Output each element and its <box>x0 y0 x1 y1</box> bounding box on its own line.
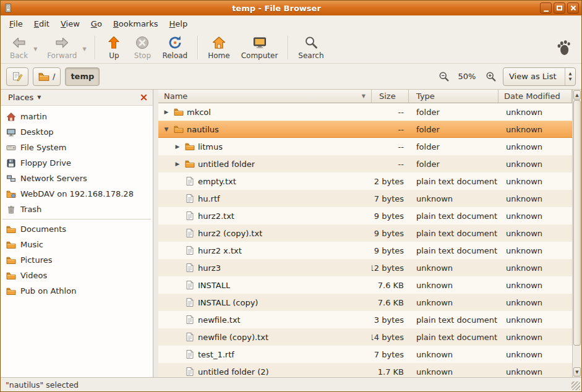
location-edit-toggle[interactable] <box>6 67 28 86</box>
collapse-row-icon[interactable]: ▼ <box>162 126 171 132</box>
window-icon <box>3 3 13 13</box>
column-header-date-modified[interactable]: Date Modified <box>499 90 572 103</box>
edit-location-icon <box>12 71 23 82</box>
sidebar-item-network-servers[interactable]: Network Servers <box>1 171 153 186</box>
expand-row-icon[interactable]: ▶ <box>173 143 182 150</box>
scroll-up-button[interactable]: ▲ <box>573 90 581 100</box>
file-row[interactable]: hurz2.txt 9 bytes plain text document un… <box>158 207 572 224</box>
cell-size: 7 bytes <box>372 346 409 363</box>
maximize-button[interactable] <box>554 2 565 14</box>
search-button[interactable]: Search <box>293 33 329 62</box>
sidebar-splitter[interactable] <box>153 90 158 377</box>
cell-type: plain text document <box>409 311 499 328</box>
sidebar-item-martin[interactable]: martin <box>1 109 153 124</box>
zoom-level: 50% <box>456 72 478 81</box>
menu-edit[interactable]: Edit <box>28 17 55 31</box>
menu-bookmarks[interactable]: Bookmarks <box>108 17 164 31</box>
close-icon <box>570 5 576 11</box>
cell-type: plain text document <box>409 207 499 224</box>
cell-size: -- <box>372 155 409 173</box>
text-file-icon <box>185 349 195 359</box>
file-row[interactable]: hu.rtf 7 bytes unknown unknown <box>158 190 572 207</box>
zoom-in-button[interactable] <box>482 69 499 85</box>
title-bar[interactable]: temp - File Browser <box>1 1 581 15</box>
cell-date-modified: unknown <box>499 294 572 311</box>
folder-icon <box>6 286 16 296</box>
cell-date-modified: unknown <box>499 346 572 363</box>
sidebar-item-music[interactable]: Music <box>1 237 153 252</box>
up-button[interactable]: Up <box>100 33 128 62</box>
cell-date-modified: unknown <box>499 121 572 138</box>
sidebar-item-pub-on-athlon[interactable]: Pub on Athlon <box>1 283 153 299</box>
file-row[interactable]: INSTALL 7.6 KB unknown unknown <box>158 276 572 294</box>
file-row[interactable]: ▶mkcol -- folder unknown <box>158 103 572 121</box>
file-row[interactable]: ▼nautilus -- folder unknown <box>158 121 572 138</box>
file-row[interactable]: test_1.rtf 7 bytes unknown unknown <box>158 346 572 363</box>
path-root-button[interactable]: / <box>33 67 61 86</box>
location-bar: / temp 50% View as List ▲▼ <box>1 64 581 90</box>
file-row[interactable]: untitled folder (2) 1.7 KB unknown unkno… <box>158 363 572 377</box>
column-header-name[interactable]: Name▼ <box>158 90 372 103</box>
close-button[interactable] <box>567 2 579 14</box>
menu-go[interactable]: Go <box>85 17 108 31</box>
menu-help[interactable]: Help <box>164 17 194 31</box>
places-selector[interactable]: Places ▼ <box>4 92 45 103</box>
file-row[interactable]: newfile.txt 3 bytes plain text document … <box>158 311 572 328</box>
file-row[interactable]: ▶litmus -- folder unknown <box>158 138 572 155</box>
menu-file[interactable]: File <box>4 17 28 31</box>
expand-row-icon[interactable]: ▶ <box>173 161 182 167</box>
cell-type: unknown <box>409 276 499 294</box>
zoom-out-button[interactable] <box>435 69 451 85</box>
sidebar-item-desktop[interactable]: Desktop <box>1 124 153 140</box>
path-current-button[interactable]: temp <box>65 67 100 86</box>
spinner-arrows-icon[interactable]: ▲▼ <box>565 68 575 85</box>
back-button[interactable]: Back <box>4 33 33 62</box>
sidebar-item-file-system[interactable]: File System <box>1 140 153 155</box>
folder-icon <box>6 224 16 234</box>
sidebar-close-button[interactable] <box>138 92 149 103</box>
cell-date-modified: unknown <box>499 138 572 155</box>
places-sidebar: Places ▼ martinDesktopFile SystemFloppy … <box>1 90 153 377</box>
search-icon <box>304 35 319 50</box>
sidebar-item-trash[interactable]: Trash <box>1 202 153 217</box>
file-row[interactable]: hurz2 x.txt 9 bytes plain text document … <box>158 242 572 259</box>
file-row[interactable]: newfile (copy).txt 14 bytes plain text d… <box>158 328 572 346</box>
file-row[interactable]: ▶untitled folder -- folder unknown <box>158 155 572 173</box>
resize-grip[interactable] <box>571 381 580 390</box>
scrollbar-track[interactable] <box>573 100 581 367</box>
sidebar-item-webdav-on-192-168-178-28[interactable]: WebDAV on 192.168.178.28 <box>1 186 153 202</box>
window-title: temp - File Browser <box>15 4 537 13</box>
menubar: FileEditViewGoBookmarksHelp <box>1 15 581 32</box>
sidebar-item-floppy-drive[interactable]: Floppy Drive <box>1 155 153 171</box>
stop-button[interactable]: Stop <box>128 33 156 62</box>
cell-type: folder <box>409 138 499 155</box>
minimize-icon <box>544 11 549 12</box>
sidebar-item-documents[interactable]: Documents <box>1 221 153 237</box>
status-text: "nautilus" selected <box>6 380 79 390</box>
file-row[interactable]: empty.txt 2 bytes plain text document un… <box>158 173 572 190</box>
menu-view[interactable]: View <box>55 17 85 31</box>
file-row[interactable]: hurz3 12 bytes unknown unknown <box>158 259 572 276</box>
expand-row-icon[interactable]: ▶ <box>162 109 171 115</box>
column-header-size[interactable]: Size <box>372 90 409 103</box>
sidebar-item-pictures[interactable]: Pictures <box>1 252 153 268</box>
minimize-button[interactable] <box>540 2 552 14</box>
scrollbar-thumb[interactable] <box>573 100 581 346</box>
window-controls <box>540 2 579 14</box>
home-button[interactable]: Home <box>202 33 235 62</box>
vertical-scrollbar[interactable]: ▲ ▼ <box>572 90 581 377</box>
text-file-icon <box>185 263 195 273</box>
scroll-down-button[interactable]: ▼ <box>573 367 581 377</box>
sidebar-item-videos[interactable]: Videos <box>1 268 153 283</box>
column-header-type[interactable]: Type <box>409 90 499 103</box>
computer-button[interactable]: Computer <box>236 33 284 62</box>
forward-dropdown-button[interactable]: ▼ <box>82 43 90 52</box>
back-dropdown-button[interactable]: ▼ <box>33 43 41 52</box>
view-mode-select[interactable]: View as List ▲▼ <box>503 67 576 86</box>
file-row[interactable]: INSTALL (copy) 7.6 KB unknown unknown <box>158 294 572 311</box>
reload-button[interactable]: Reload <box>156 33 193 62</box>
text-file-icon <box>185 367 195 377</box>
forward-button[interactable]: Forward <box>41 33 82 62</box>
file-row[interactable]: hurz2 (copy).txt 9 bytes plain text docu… <box>158 224 572 242</box>
up-icon <box>106 35 121 50</box>
